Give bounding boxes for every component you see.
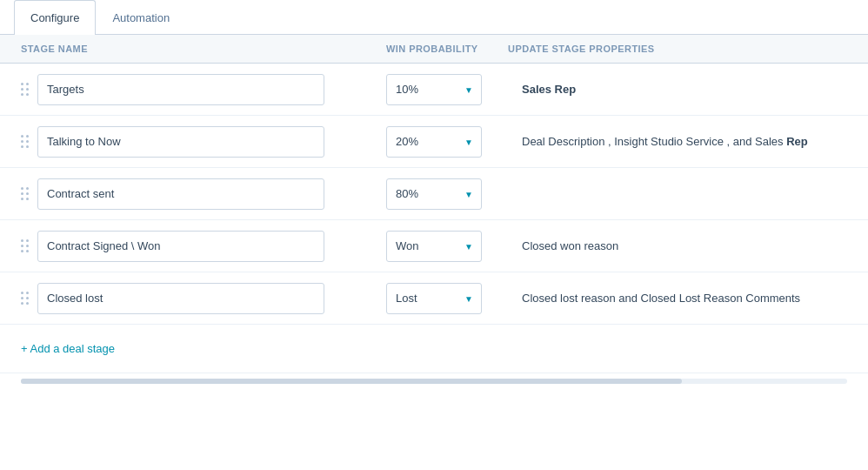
- probability-select-wrapper: 10% 20%30%40%50% 60%70%80%90% 100%WonLos…: [386, 74, 482, 105]
- drag-handle-icon[interactable]: [21, 292, 29, 305]
- stage-name-input[interactable]: [37, 283, 324, 314]
- probability-select[interactable]: 10%20%30%40%50% 60%70%80%90% 100%WonLost: [386, 231, 482, 262]
- probability-select[interactable]: 10% 20% 30%40%50% 60%70%80%90% 100%WonLo…: [386, 126, 482, 158]
- col-header-stage-name: Stage Name: [21, 44, 386, 54]
- properties-cell: Closed lost reason and Closed Lost Reaso…: [508, 292, 847, 305]
- tab-configure[interactable]: Configure: [14, 0, 96, 35]
- stage-name-cell: [21, 74, 386, 105]
- table-row: 10% 20% 30%40%50% 60%70%80%90% 100%WonLo…: [0, 116, 868, 168]
- probability-select-wrapper: 10%20%30%40%50% 60%70%80%90% 100%WonLost…: [386, 231, 482, 262]
- table-row: 10%20%30%40%50% 60%70%80%90% 100%WonLost…: [0, 272, 868, 325]
- properties-text: Deal Description , Insight Studio Servic…: [522, 135, 808, 148]
- drag-handle-icon[interactable]: [21, 239, 29, 252]
- main-content: Stage Name Win Probability Update Stage …: [0, 35, 868, 389]
- properties-text: Closed won reason: [522, 239, 618, 252]
- tab-automation[interactable]: Automation: [96, 0, 186, 35]
- probability-select-wrapper: 10%20%30%40%50% 60%70%80%90% 100%WonLost…: [386, 283, 482, 314]
- stage-name-cell: [21, 231, 386, 262]
- drag-handle-icon[interactable]: [21, 187, 29, 200]
- probability-cell: 10%20%30%40%50% 60%70%80%90% 100%WonLost…: [386, 231, 508, 262]
- probability-cell: 10%20%30%40%50% 60%70%80%90% 100%WonLost…: [386, 178, 508, 210]
- table-row: 10%20%30%40%50% 60%70%80%90% 100%WonLost…: [0, 168, 868, 220]
- stage-name-input[interactable]: [37, 178, 324, 210]
- col-header-update-stage-properties: Update Stage Properties: [508, 44, 847, 54]
- stage-name-input[interactable]: [37, 126, 324, 158]
- add-deal-stage-button[interactable]: + Add a deal stage: [21, 339, 115, 359]
- drag-handle-icon[interactable]: [21, 83, 29, 96]
- probability-cell: 10%20%30%40%50% 60%70%80%90% 100%WonLost…: [386, 283, 508, 314]
- probability-select[interactable]: 10% 20%30%40%50% 60%70%80%90% 100%WonLos…: [386, 74, 482, 105]
- scrollbar-track[interactable]: [21, 379, 847, 384]
- properties-text: Sales Rep: [522, 83, 576, 96]
- table-row: 10% 20%30%40%50% 60%70%80%90% 100%WonLos…: [0, 64, 868, 116]
- scrollbar-area: [0, 373, 868, 389]
- probability-select-wrapper: 10%20%30%40%50% 60%70%80%90% 100%WonLost…: [386, 178, 482, 210]
- table-row: 10%20%30%40%50% 60%70%80%90% 100%WonLost…: [0, 220, 868, 272]
- probability-cell: 10% 20%30%40%50% 60%70%80%90% 100%WonLos…: [386, 74, 508, 105]
- col-header-win-probability: Win Probability: [386, 44, 508, 54]
- drag-handle-icon[interactable]: [21, 135, 29, 148]
- stage-name-input[interactable]: [37, 74, 324, 105]
- stage-name-cell: [21, 283, 386, 314]
- tabs-bar: Configure Automation: [0, 0, 868, 35]
- add-stage-row: + Add a deal stage: [0, 325, 868, 373]
- scrollbar-thumb: [21, 379, 682, 384]
- probability-cell: 10% 20% 30%40%50% 60%70%80%90% 100%WonLo…: [386, 126, 508, 158]
- stage-name-cell: [21, 178, 386, 210]
- stage-name-cell: [21, 126, 386, 158]
- properties-cell: Deal Description , Insight Studio Servic…: [508, 135, 847, 148]
- properties-text: Closed lost reason and Closed Lost Reaso…: [522, 292, 800, 305]
- properties-cell: Sales Rep: [508, 83, 847, 96]
- probability-select[interactable]: 10%20%30%40%50% 60%70%80%90% 100%WonLost: [386, 283, 482, 314]
- probability-select-wrapper: 10% 20% 30%40%50% 60%70%80%90% 100%WonLo…: [386, 126, 482, 158]
- table-header: Stage Name Win Probability Update Stage …: [0, 35, 868, 64]
- probability-select[interactable]: 10%20%30%40%50% 60%70%80%90% 100%WonLost: [386, 178, 482, 210]
- stage-name-input[interactable]: [37, 231, 324, 262]
- properties-cell: Closed won reason: [508, 239, 847, 252]
